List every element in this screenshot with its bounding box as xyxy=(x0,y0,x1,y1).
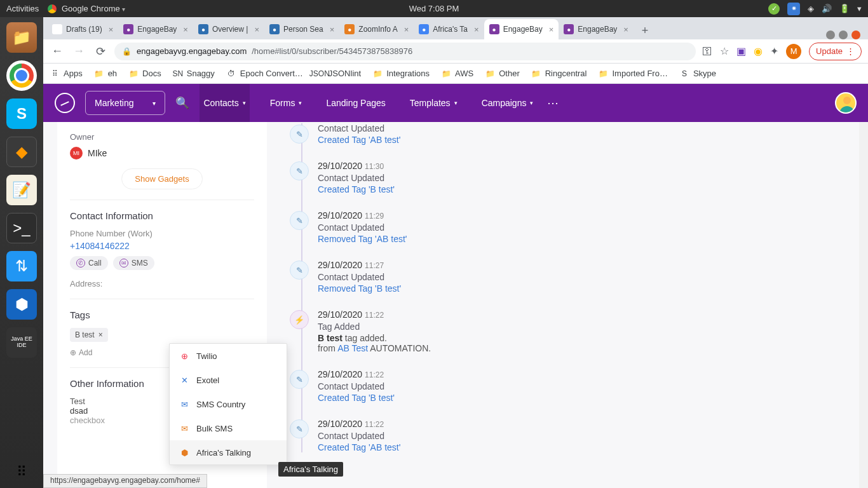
edit-icon: ✎ xyxy=(290,370,309,389)
bluetooth-icon[interactable]: ⁕ xyxy=(787,3,800,15)
extensions-icon[interactable]: ✦ xyxy=(770,45,778,57)
bookmark-item[interactable]: 📁eh xyxy=(94,69,117,79)
sms-provider-africa-s-talking[interactable]: ⬢Africa's Talking xyxy=(170,440,287,464)
tab-close-icon[interactable]: × xyxy=(252,25,259,34)
launcher-hex[interactable]: ⬢ xyxy=(6,289,37,320)
browser-tab[interactable]: ●Drafts (19)× xyxy=(47,19,118,39)
launcher-terminal[interactable]: >_ xyxy=(6,213,37,243)
nav-item-campaigns[interactable]: Campaigns▾ xyxy=(478,84,538,122)
status-ok-icon[interactable]: ✓ xyxy=(768,3,780,15)
bookmark-label: Other xyxy=(499,69,520,78)
timeline-item: ✎29/10/202011:29Contact UpdatedRemoved T… xyxy=(318,210,849,244)
battery-icon[interactable]: 🔋 xyxy=(839,4,850,13)
launcher-apps-grid[interactable]: ⠿ xyxy=(17,464,27,480)
timeline-desc: Removed Tag 'AB test' xyxy=(318,234,849,244)
browser-tab[interactable]: ●EngageBay× xyxy=(484,19,559,39)
tab-close-icon[interactable]: × xyxy=(327,25,335,34)
nav-item-contacts[interactable]: Contacts▾ xyxy=(200,84,249,122)
bookmark-item[interactable]: 📁Docs xyxy=(128,69,161,79)
bookmark-item[interactable]: 📁Imported Fro… xyxy=(598,69,667,79)
sms-provider-sms-country[interactable]: ✉SMS Country xyxy=(170,392,287,416)
volume-icon[interactable]: 🔊 xyxy=(822,4,832,13)
tab-close-icon[interactable]: × xyxy=(546,25,554,34)
call-button[interactable]: ✆Call xyxy=(70,256,108,270)
provider-icon: ⊕ xyxy=(179,350,190,362)
provider-icon: ✉ xyxy=(179,423,190,434)
bookmark-item[interactable]: ⏱Epoch Convert… xyxy=(226,69,303,79)
timeline-title: Contact Updated xyxy=(318,381,849,391)
nav-item-landing-pages[interactable]: Landing Pages xyxy=(322,84,389,122)
active-app-menu[interactable]: Google Chrome xyxy=(48,4,125,14)
user-avatar[interactable] xyxy=(835,92,857,114)
bookmark-item[interactable]: 📁Other xyxy=(485,69,520,79)
browser-tab[interactable]: ●Overview |× xyxy=(193,19,264,39)
tab-close-icon[interactable]: × xyxy=(106,25,114,34)
browser-tab[interactable]: ●Africa's Ta× xyxy=(414,19,484,39)
browser-tab[interactable]: ●EngageBay× xyxy=(559,19,634,39)
system-menu-caret[interactable]: ▾ xyxy=(857,4,862,13)
sms-provider-twilio[interactable]: ⊕Twilio xyxy=(170,344,287,368)
bookmark-item[interactable]: 📁Integrations xyxy=(372,69,430,79)
launcher-notes[interactable]: 📝 xyxy=(6,175,37,205)
activities[interactable]: Activities xyxy=(6,4,39,13)
profile-avatar[interactable]: M xyxy=(786,44,801,59)
window-close[interactable] xyxy=(851,30,860,39)
bookmark-icon: 📁 xyxy=(485,69,495,79)
launcher-chrome[interactable] xyxy=(6,60,37,91)
nav-reload[interactable]: ⟳ xyxy=(93,44,108,59)
ext-icon-2[interactable]: ◉ xyxy=(754,45,763,57)
tag-chip[interactable]: B test× xyxy=(70,328,108,342)
key-icon[interactable]: ⚿ xyxy=(702,46,712,57)
launcher-transfer[interactable]: ⇅ xyxy=(6,251,37,281)
launcher-javaee[interactable]: Java EEIDE xyxy=(6,327,37,358)
launcher-sublime[interactable]: ◆ xyxy=(6,137,37,167)
tab-close-icon[interactable]: × xyxy=(180,25,188,34)
nav-item-forms[interactable]: Forms▾ xyxy=(266,84,306,122)
clock[interactable]: Wed 7:08 PM xyxy=(409,4,459,13)
wifi-icon[interactable]: ◈ xyxy=(808,4,814,13)
sms-button[interactable]: ✉SMS xyxy=(113,256,154,270)
bookmarks-bar: ⠿Apps📁eh📁DocsSNSnaggy⏱Epoch Convert…JSON… xyxy=(43,64,868,84)
tab-title: EngageBay xyxy=(578,25,617,34)
bookmark-item[interactable]: 📁Ringcentral xyxy=(531,69,587,79)
bookmark-item[interactable]: 📁AWS xyxy=(441,69,473,79)
nav-back[interactable]: ← xyxy=(50,44,65,59)
app-logo[interactable] xyxy=(55,93,75,113)
address-bar[interactable]: 🔒 engagebayvg.engagebay.com/home#list/0/… xyxy=(114,43,696,60)
tag-remove-icon[interactable]: × xyxy=(98,330,103,339)
sms-provider-bulk-sms[interactable]: ✉Bulk SMS xyxy=(170,416,287,440)
browser-tab[interactable]: ●Person Sea× xyxy=(264,19,339,39)
star-icon[interactable]: ☆ xyxy=(720,45,729,57)
window-maximize[interactable] xyxy=(839,30,848,39)
ext-icon-1[interactable]: ▣ xyxy=(736,45,746,57)
bookmark-label: Apps xyxy=(64,69,83,78)
phone-link[interactable]: +14084146222 xyxy=(70,241,254,251)
tab-close-icon[interactable]: × xyxy=(621,25,628,34)
main-nav: Contacts▾Forms▾Landing PagesTemplates▾Ca… xyxy=(200,84,537,122)
bookmark-item[interactable]: SNSnaggy xyxy=(173,69,215,79)
scrollbar[interactable] xyxy=(859,122,868,488)
nav-item-templates[interactable]: Templates▾ xyxy=(406,84,461,122)
search-icon[interactable]: 🔍 xyxy=(175,96,189,110)
tab-title: Africa's Ta xyxy=(433,25,468,34)
browser-tab[interactable]: ●ZoomInfo A× xyxy=(339,19,414,39)
sms-provider-exotel[interactable]: ✕Exotel xyxy=(170,368,287,392)
show-gadgets-button[interactable]: Show Gadgets xyxy=(121,168,202,189)
bookmark-item[interactable]: JSONJSONlint xyxy=(315,69,361,79)
tab-close-icon[interactable]: × xyxy=(402,25,409,34)
bookmark-item[interactable]: ⠿Apps xyxy=(50,69,83,79)
launcher-files[interactable]: 📁 xyxy=(6,22,37,53)
more-menu-icon[interactable]: ⋯ xyxy=(547,96,559,110)
module-switcher[interactable]: Marketing▾ xyxy=(85,91,165,115)
timeline-title: Contact Updated xyxy=(318,173,849,183)
browser-tab[interactable]: ●EngageBay× xyxy=(118,19,193,39)
owner-value[interactable]: MI MIke xyxy=(70,147,254,159)
browser-update-button[interactable]: Update⋮ xyxy=(809,43,862,60)
bookmark-item[interactable]: SSkype xyxy=(679,69,716,79)
window-minimize[interactable] xyxy=(826,30,835,39)
tab-close-icon[interactable]: × xyxy=(471,25,479,34)
chevron-down-icon: ▾ xyxy=(530,100,533,106)
launcher-skype[interactable]: S xyxy=(6,98,37,129)
new-tab-button[interactable]: + xyxy=(636,22,654,39)
bookmark-icon: ⠿ xyxy=(50,69,60,79)
